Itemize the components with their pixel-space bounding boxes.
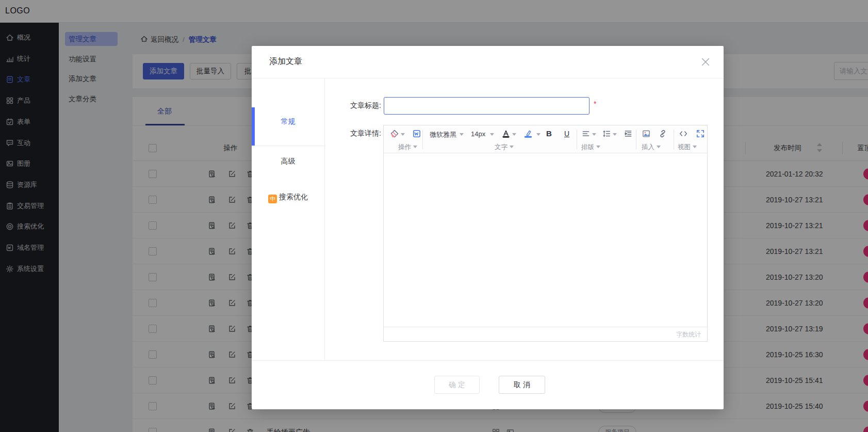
- chevron-down-icon[interactable]: [460, 133, 464, 136]
- chevron-down-icon[interactable]: [490, 133, 494, 136]
- chevron-down-icon[interactable]: [592, 133, 596, 136]
- insert-link-icon[interactable]: [658, 129, 667, 138]
- underline-button[interactable]: U: [564, 130, 569, 138]
- font-color-icon[interactable]: [501, 129, 511, 138]
- required-mark: *: [594, 100, 596, 108]
- dialog-footer-divider: [252, 360, 724, 361]
- group-view[interactable]: 视图: [678, 143, 697, 152]
- word-count-label: 字数统计: [384, 327, 707, 341]
- fullscreen-icon[interactable]: [696, 129, 705, 138]
- chevron-down-icon[interactable]: [536, 133, 541, 136]
- group-text[interactable]: 文字: [495, 143, 514, 152]
- close-icon[interactable]: [701, 57, 710, 67]
- add-article-dialog: 添加文章 常规 高级 中搜索优化 文章标题: * 文章详情:: [252, 46, 724, 409]
- word-import-icon[interactable]: [412, 129, 421, 138]
- font-family-select[interactable]: 微软雅黑: [430, 130, 456, 139]
- tab-advanced[interactable]: 高级: [252, 157, 324, 166]
- chevron-down-icon[interactable]: [401, 133, 405, 136]
- active-tab-indicator: [252, 107, 255, 146]
- article-detail-label: 文章详情:: [319, 129, 381, 138]
- font-size-select[interactable]: 14px: [471, 130, 485, 138]
- rich-text-editor: 微软雅黑 14px B U: [383, 125, 708, 342]
- editor-toolbar: 微软雅黑 14px B U: [384, 125, 707, 153]
- seo-badge-icon: 中: [268, 195, 277, 203]
- confirm-button[interactable]: 确 定: [434, 376, 480, 394]
- source-code-icon[interactable]: [679, 129, 688, 138]
- editor-content-area[interactable]: [384, 154, 707, 327]
- highlight-color-icon[interactable]: [523, 129, 533, 138]
- toolbar-divider: [577, 130, 577, 149]
- line-height-icon[interactable]: [602, 129, 611, 138]
- dialog-tab-strip: 常规 高级 中搜索优化: [252, 78, 325, 360]
- tab-seo[interactable]: 中搜索优化: [252, 193, 324, 203]
- toolbar-divider: [674, 130, 674, 149]
- tab-general[interactable]: 常规: [252, 117, 324, 126]
- article-title-input[interactable]: [384, 97, 589, 115]
- app-window: LOGO 概况统计文章产品表单互动图册资源库交易管理搜索优化域名管理系统设置 管…: [0, 0, 868, 432]
- toolbar-divider: [422, 130, 423, 149]
- indent-icon[interactable]: [624, 129, 633, 138]
- cancel-button[interactable]: 取 消: [499, 376, 545, 394]
- article-title-label: 文章标题:: [319, 101, 381, 110]
- format-clear-icon[interactable]: [390, 129, 399, 138]
- tab-seo-label: 搜索优化: [279, 193, 308, 201]
- dialog-header: 添加文章: [252, 46, 724, 78]
- chevron-down-icon[interactable]: [512, 133, 516, 136]
- chevron-down-icon[interactable]: [613, 133, 617, 136]
- insert-image-icon[interactable]: [642, 129, 651, 138]
- bold-button[interactable]: B: [546, 129, 552, 138]
- group-actions[interactable]: 操作: [398, 143, 417, 152]
- dialog-title: 添加文章: [269, 56, 302, 67]
- group-layout[interactable]: 排版: [581, 143, 600, 152]
- tab-divider: [252, 146, 324, 146]
- group-insert[interactable]: 插入: [642, 143, 661, 152]
- toolbar-divider: [636, 130, 636, 149]
- align-icon[interactable]: [581, 129, 591, 138]
